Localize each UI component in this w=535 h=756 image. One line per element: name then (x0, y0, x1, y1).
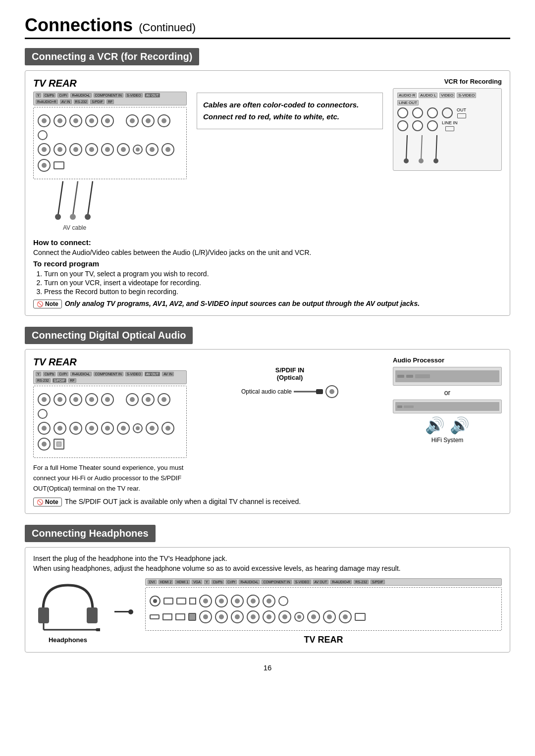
svg-point-5 (85, 214, 91, 220)
vcr-connector (427, 120, 438, 131)
hifi-system-box: 🔊 🔊 (393, 400, 502, 435)
usb-port (162, 613, 172, 620)
hifi-label: HiFi System (393, 437, 502, 444)
cables-svg (33, 181, 132, 221)
headphones-row: Headphones DVI HDMI 2 HDMI 1 VGA Y Cb/Pb… (33, 578, 502, 645)
svg-line-7 (421, 135, 422, 160)
connector-circle (278, 610, 291, 623)
connector-circle (54, 143, 66, 156)
optical-note-badge: Note (33, 498, 62, 506)
connector-circle (263, 595, 275, 607)
connector-circle (199, 610, 212, 623)
or-text: or (393, 389, 502, 397)
connector-circle (101, 143, 114, 156)
av-cable-label: AV cable (63, 224, 187, 231)
rect-connector-hp (355, 613, 366, 621)
hp-tv-rear-label: TV REAR (145, 635, 502, 645)
connector-circle (101, 422, 114, 435)
vcr-connector-labels: AUDIO R AUDIO L VIDEO S-VIDEO LINE OUT (397, 93, 497, 105)
connector-circle (69, 143, 82, 156)
optical-section-header: Connecting Digital Optical Audio (25, 327, 193, 344)
connector-circle (85, 114, 98, 127)
vcr-line-out: OUT (457, 107, 466, 118)
connector-circle (126, 393, 139, 406)
connection-line-area (114, 609, 133, 614)
vcr-in-row: LINE IN (397, 120, 497, 131)
vcr-connector (412, 107, 423, 118)
vcr-connector (397, 107, 408, 118)
connector-circle (85, 393, 98, 406)
connector-circle (142, 393, 155, 406)
connector-circle (215, 595, 228, 607)
optical-tv-rear-label: TV REAR (33, 356, 187, 368)
connector-circle-sm (38, 130, 48, 140)
svg-line-1 (73, 181, 78, 216)
connector-circle (126, 114, 139, 127)
speaker-left-icon: 🔊 (425, 416, 445, 435)
optical-cable-svg (294, 387, 323, 397)
headphones-section: Connecting Headphones Insert the plug of… (25, 525, 510, 653)
vcr-for-recording-label: VCR for Recording (393, 78, 502, 85)
plug-symbol (128, 609, 133, 614)
headphone-svg (36, 580, 100, 635)
connector-circle (69, 393, 82, 406)
vcr-connector-row-1 (38, 114, 182, 140)
connector-circle-sm (278, 596, 288, 606)
speakers: 🔊 🔊 (393, 416, 502, 435)
connector-circle (247, 610, 260, 623)
rect-connector (54, 161, 64, 169)
svg-point-11 (433, 158, 438, 163)
vcr-connector-row-2 (38, 143, 182, 172)
hp-connector-row-2 (150, 610, 497, 623)
connector-circle (54, 114, 66, 127)
how-to-connect-title: How to connect: (33, 238, 502, 247)
vcr-cables: AV cable (33, 181, 187, 231)
connector-circle (54, 393, 66, 406)
vcr-out-row: OUT (397, 107, 497, 118)
connector-circle (38, 438, 51, 451)
connector-circle (307, 610, 320, 623)
svg-line-0 (58, 181, 63, 216)
connector-circle (117, 143, 130, 156)
connector-circle (142, 114, 155, 127)
connector-circle (215, 610, 228, 623)
connector-circle (38, 422, 51, 435)
connector-circle (231, 595, 244, 607)
svg-rect-13 (316, 389, 323, 394)
connector-circle (158, 114, 170, 127)
connector-circle (38, 159, 51, 172)
headphones-section-header: Connecting Headphones (25, 525, 156, 542)
vcr-info-area: Cables are often color-coded to connecto… (197, 78, 383, 129)
optical-note-text: The S/PDIF OUT jack is available only wh… (65, 498, 301, 505)
connector-circle (69, 114, 82, 127)
connector-circle (263, 610, 275, 623)
connector-circle (231, 610, 244, 623)
headphones-section-box: Insert the plug of the headphone into th… (25, 547, 510, 653)
svg-rect-18 (96, 628, 100, 631)
vcr-panel-strip: Y Cb/Pb Cr/Pr R•AUDIO•L COMPONENT IN S-V… (33, 92, 187, 105)
usb-port-2 (175, 613, 185, 620)
audio-processor-label: Audio Processor (393, 356, 502, 364)
optical-cable-diagram: Optical audio cable (241, 385, 338, 398)
spdif-connector (54, 439, 64, 450)
vcr-note-text: Only analog TV programs, AV1, AV2, and S… (65, 300, 502, 307)
spdif-in-label: S/PDIF IN (Optical) (275, 366, 305, 381)
vcr-section-box: TV REAR Y Cb/Pb Cr/Pr R•AUDIO•L COMPONEN… (25, 70, 510, 316)
vcr-cables-right (397, 135, 477, 165)
svg-point-3 (55, 214, 61, 220)
svg-point-9 (404, 158, 409, 163)
connector-circle (161, 422, 174, 435)
to-record-title: To record program (33, 259, 502, 268)
vcr-info-text: Cables are often color-coded to connecto… (197, 93, 383, 129)
connector-circle (38, 393, 51, 406)
to-record-steps: Turn on your TV, select a program you wi… (44, 270, 502, 296)
hp-connector-row-1 (150, 595, 497, 607)
vcr-svideo (442, 107, 453, 118)
svideo-connector (133, 423, 143, 433)
optical-right-devices: Audio Processor or (393, 356, 502, 444)
connector-circle (38, 143, 51, 156)
svg-line-8 (436, 135, 437, 160)
connector-circle (339, 610, 352, 623)
vcr-connector (427, 107, 438, 118)
card-slot (188, 613, 196, 621)
